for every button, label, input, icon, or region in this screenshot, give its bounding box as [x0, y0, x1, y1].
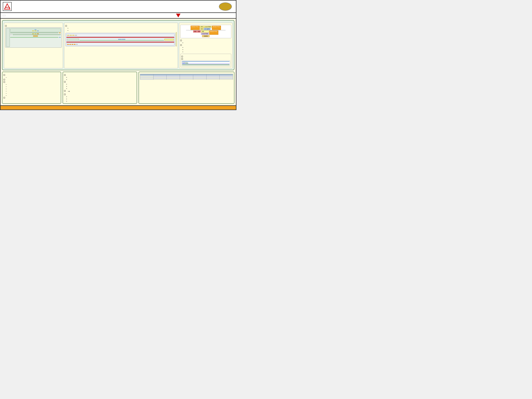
- bullet-dot-icon14: ▪: [66, 100, 67, 102]
- bullet-sq-icon: [65, 25, 67, 27]
- mm-sub1: ▪: [183, 42, 231, 44]
- bullet-sq-ms1: [4, 74, 5, 76]
- bullet-sq-msi3: [64, 90, 66, 92]
- libs-box: [185, 62, 188, 63]
- morphware-stable-column: – – –: [2, 72, 61, 104]
- msi-b4s2: ▪: [66, 98, 136, 100]
- bullet-sq-ms3: [4, 81, 5, 83]
- ms-bullet1: [4, 74, 60, 76]
- msi-bullet3: ⇒: [64, 90, 136, 93]
- vm-bullet2: [181, 58, 230, 60]
- mm-sub-net: ▪: [183, 51, 231, 53]
- oss-box: [182, 62, 185, 63]
- uvm-svm-row: [182, 63, 229, 63]
- ms-b3s1: –: [6, 83, 60, 85]
- msi-bullet1: [64, 74, 136, 76]
- bullet-sq-ms2: [4, 79, 5, 80]
- applications-row: [182, 61, 229, 62]
- bullet-sq-icon2: [180, 40, 182, 41]
- dash-icon5: –: [6, 90, 7, 92]
- tvm-hal-stack-box: [182, 63, 229, 64]
- libraries-box: [37, 33, 39, 34]
- machine-model-box: [59, 32, 61, 33]
- spawar-block: [121, 14, 234, 17]
- dash-icon1: –: [6, 76, 7, 78]
- brook-box: [72, 35, 75, 36]
- dash-icon6: –: [6, 92, 7, 94]
- bullet-dot-icon13: ▪: [66, 98, 67, 100]
- morph-taxonomy-column: [139, 72, 234, 104]
- dash-icon3: –: [6, 86, 7, 88]
- others-box: [75, 35, 77, 36]
- ms-sub1: –: [6, 76, 60, 78]
- header: PCA: [0, 0, 236, 13]
- morphing-msi-column: ▪ ▪ ▪ ▪: [63, 72, 137, 104]
- ms-b3s6: –: [6, 94, 60, 96]
- low-level-compilers-box: [66, 42, 174, 43]
- msi-b1s2: ▪: [66, 78, 136, 81]
- sapi-sub2: ▪: [68, 29, 177, 32]
- ms-b3s5: –: [6, 92, 60, 94]
- dash-icon7: –: [6, 94, 7, 96]
- sapi-column: ▪ ▪: [64, 23, 178, 68]
- msi-b4s1: ▪: [66, 96, 136, 98]
- machine-models-column: Stream Proc. HW Local RAM HW L2 cache: [179, 23, 233, 68]
- arrow-right-icon: ⇒: [68, 90, 70, 93]
- top-section: ▪ ▪: [2, 20, 234, 70]
- sapi-diagram: [65, 33, 175, 46]
- mm-sub-proc: ▪: [183, 46, 231, 48]
- monarch-box: [69, 44, 71, 45]
- mm-bullet1: [180, 39, 231, 41]
- main-content: ▪ ▪: [0, 19, 236, 105]
- bullet-dot-icon6: ▪: [183, 51, 183, 53]
- right-authors: [121, 14, 234, 17]
- spawar-triangle-icon: [176, 14, 180, 17]
- bullet-dot-icon11: ▪: [66, 88, 67, 90]
- machine-models-diagram: Stream Proc. HW Local RAM HW L2 cache: [180, 25, 231, 38]
- streamit-box: [67, 35, 69, 36]
- resource-change: [140, 79, 153, 80]
- dash-icon2: –: [6, 83, 7, 85]
- poster: PCA: [0, 0, 236, 110]
- mm-sub-mem: ▪: [183, 49, 231, 51]
- ms-b3s3: –: [6, 88, 60, 90]
- saal-label: [67, 39, 79, 41]
- svm-stack-box: [185, 63, 188, 63]
- svm-box: [122, 39, 125, 40]
- bullet-dot-icon4: ▪: [183, 46, 183, 48]
- third-parties-label: [6, 28, 10, 47]
- cell-1b: [167, 79, 180, 80]
- ms-bullet2: [4, 78, 60, 80]
- mm-bullet2: [180, 44, 231, 46]
- arch-vendor-label: [176, 32, 177, 46]
- os-libs-row: [182, 62, 229, 63]
- cpp-box: [70, 35, 72, 36]
- bullet-sq-icon5: [181, 58, 183, 60]
- msi-bullet4: [64, 93, 136, 95]
- bullet-dot-icon2: ▪: [68, 29, 68, 32]
- stream-code-box: [32, 31, 34, 31]
- raw-box: [74, 44, 76, 45]
- bullet-sq-msi4: [64, 94, 66, 95]
- msi-b1s1: ▪: [66, 76, 136, 78]
- app-metadata-box: [37, 31, 39, 31]
- dev-process-diagram: [5, 27, 62, 48]
- bullet-dot-icon: ▪: [68, 27, 68, 29]
- georgia-tech-logo: [3, 15, 5, 16]
- svm-code-box: [32, 33, 34, 34]
- bullet-dot-icon8: ▪: [66, 78, 67, 81]
- bottom-sections: – – –: [2, 72, 234, 104]
- svg-text:PCA: PCA: [6, 6, 10, 9]
- vm-layers-box: [180, 54, 231, 67]
- bullet-sq-ms4: [4, 97, 5, 98]
- ms-bullet3: [4, 81, 60, 83]
- bullet-square-icon: [5, 25, 7, 27]
- trips-box: [67, 44, 69, 45]
- pca-system-box: [10, 37, 58, 38]
- lib-label: [10, 34, 12, 35]
- ms-bullet4: [4, 97, 60, 98]
- ms-b3s2: –: [6, 86, 60, 88]
- app-stack-diagram: [181, 60, 230, 66]
- uvm-box: [118, 39, 121, 40]
- stream-proc-box1: Stream Proc.: [191, 26, 200, 30]
